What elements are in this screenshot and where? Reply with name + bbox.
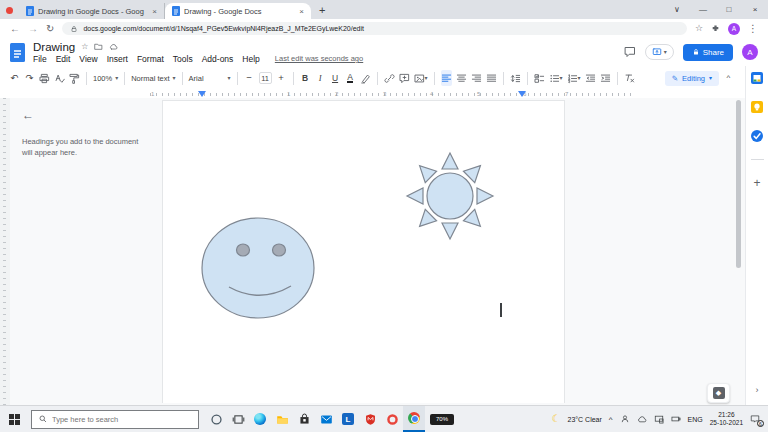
- share-button[interactable]: Share: [683, 44, 733, 61]
- menu-view[interactable]: View: [79, 54, 97, 64]
- account-avatar[interactable]: A: [742, 44, 758, 60]
- menu-format[interactable]: Format: [137, 54, 164, 64]
- align-center-icon[interactable]: [456, 70, 467, 86]
- increase-indent-icon[interactable]: [600, 70, 611, 86]
- menu-file[interactable]: File: [33, 54, 47, 64]
- justify-icon[interactable]: [486, 70, 497, 86]
- insert-link-icon[interactable]: [384, 70, 395, 86]
- doc-title[interactable]: Drawing: [33, 41, 75, 53]
- explore-button[interactable]: ◆: [707, 383, 730, 403]
- url-field[interactable]: docs.google.com/document/d/1Nsqaf4_PGev5…: [62, 22, 687, 35]
- bookmark-star-icon[interactable]: ☆: [695, 24, 703, 33]
- paragraph-style-select[interactable]: Normal text▾: [131, 74, 175, 83]
- highlight-color-icon[interactable]: [360, 70, 371, 86]
- numbered-list-icon[interactable]: ▾: [567, 70, 581, 86]
- print-icon[interactable]: [39, 70, 50, 86]
- menu-help[interactable]: Help: [242, 54, 259, 64]
- smiley-face-drawing[interactable]: [202, 218, 314, 318]
- font-size-field[interactable]: 11: [259, 72, 272, 84]
- decrease-font-icon[interactable]: −: [244, 70, 255, 86]
- add-comment-icon[interactable]: [399, 70, 410, 86]
- close-outline-icon[interactable]: ←: [22, 107, 140, 124]
- italic-icon[interactable]: I: [315, 70, 326, 86]
- bold-icon[interactable]: B: [300, 70, 311, 86]
- zoom-select[interactable]: 100%▾: [93, 74, 118, 83]
- action-center-button[interactable]: 6: [750, 414, 760, 424]
- insert-image-icon[interactable]: ▾: [414, 70, 428, 86]
- paint-format-icon[interactable]: [69, 70, 80, 86]
- right-indent-marker[interactable]: [518, 91, 526, 97]
- battery-widget[interactable]: 70%: [430, 414, 454, 425]
- menu-insert[interactable]: Insert: [107, 54, 128, 64]
- search-input[interactable]: [52, 415, 182, 424]
- forward-icon[interactable]: →: [28, 24, 38, 34]
- security-ring-icon[interactable]: [381, 406, 403, 432]
- show-hidden-icons-button[interactable]: ^: [609, 415, 613, 424]
- get-addons-icon[interactable]: +: [753, 177, 760, 189]
- text-color-icon[interactable]: A: [345, 70, 356, 86]
- start-button[interactable]: [3, 406, 25, 432]
- edge-icon[interactable]: [249, 406, 271, 432]
- star-doc-icon[interactable]: ☆: [81, 43, 88, 51]
- chrome-icon-active[interactable]: [403, 406, 425, 432]
- weather-label[interactable]: 23°C Clear: [567, 416, 601, 423]
- vertical-scrollbar[interactable]: [736, 100, 741, 268]
- back-icon[interactable]: ←: [10, 24, 20, 34]
- close-tab-icon[interactable]: ×: [299, 7, 304, 16]
- display-cast-icon[interactable]: [654, 414, 664, 424]
- close-window-button[interactable]: ×: [742, 0, 768, 19]
- present-to-meeting-button[interactable]: ▾: [645, 44, 674, 60]
- hide-menus-button[interactable]: ^: [723, 70, 734, 86]
- onedrive-icon[interactable]: [637, 414, 647, 424]
- bulleted-list-icon[interactable]: ▾: [549, 70, 563, 86]
- new-tab-button[interactable]: +: [319, 5, 325, 16]
- clock[interactable]: 21:26 25-10-2021: [710, 411, 743, 427]
- undo-icon[interactable]: ↶: [9, 70, 20, 86]
- decrease-indent-icon[interactable]: [585, 70, 596, 86]
- cloud-status-icon[interactable]: [109, 42, 118, 51]
- browser-tab-1[interactable]: Drawing in Google Docs - Goog ×: [19, 3, 165, 19]
- minimize-button[interactable]: —: [690, 0, 716, 19]
- language-indicator[interactable]: ENG: [688, 416, 703, 423]
- keep-icon[interactable]: [751, 101, 763, 113]
- hide-side-panel-icon[interactable]: ›: [746, 385, 768, 395]
- task-view-button[interactable]: [227, 406, 249, 432]
- close-tab-icon[interactable]: ×: [152, 7, 157, 16]
- menu-edit[interactable]: Edit: [56, 54, 71, 64]
- taskbar-search[interactable]: [31, 410, 199, 429]
- redo-icon[interactable]: ↷: [24, 70, 35, 86]
- extensions-icon[interactable]: [711, 24, 720, 33]
- font-select[interactable]: Arial▾: [189, 74, 231, 83]
- clear-formatting-icon[interactable]: [624, 70, 635, 86]
- browser-tab-2-active[interactable]: Drawing - Google Docs ×: [165, 3, 311, 19]
- l-app-icon[interactable]: L: [337, 406, 359, 432]
- antivirus-shield-icon[interactable]: [359, 406, 381, 432]
- maximize-button[interactable]: □: [716, 0, 742, 19]
- calendar-icon[interactable]: [751, 72, 763, 84]
- cortana-button[interactable]: [205, 406, 227, 432]
- last-edit-link[interactable]: Last edit was seconds ago: [275, 54, 363, 63]
- move-folder-icon[interactable]: [94, 42, 103, 51]
- mail-icon[interactable]: [315, 406, 337, 432]
- moon-weather-icon[interactable]: ☾: [552, 414, 561, 424]
- align-right-icon[interactable]: [471, 70, 482, 86]
- browser-menu-icon[interactable]: ⋮: [748, 24, 758, 34]
- sun-drawing[interactable]: [407, 153, 493, 239]
- file-explorer-icon[interactable]: [271, 406, 293, 432]
- battery-tray-icon[interactable]: [671, 414, 681, 424]
- microsoft-store-icon[interactable]: [293, 406, 315, 432]
- editing-mode-select[interactable]: ✎ Editing ▾: [665, 71, 719, 86]
- reload-icon[interactable]: ↻: [46, 24, 54, 34]
- browser-profile-avatar[interactable]: A: [728, 23, 740, 35]
- underline-icon[interactable]: U: [330, 70, 341, 86]
- align-left-icon[interactable]: [441, 70, 452, 86]
- tab-search-icon[interactable]: ∨: [664, 0, 690, 19]
- document-page[interactable]: [162, 100, 565, 403]
- left-indent-marker[interactable]: [198, 91, 206, 97]
- menu-tools[interactable]: Tools: [173, 54, 193, 64]
- docs-logo-icon[interactable]: [10, 43, 25, 62]
- spellcheck-icon[interactable]: [54, 70, 65, 86]
- checklist-icon[interactable]: [534, 70, 545, 86]
- menu-addons[interactable]: Add-ons: [202, 54, 234, 64]
- increase-font-icon[interactable]: +: [276, 70, 287, 86]
